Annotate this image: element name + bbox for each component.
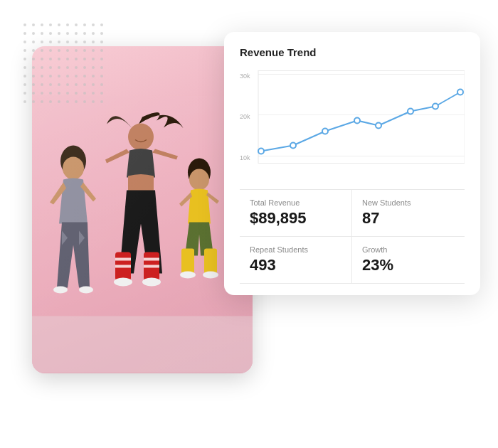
data-point-3 [322,129,328,134]
metric-growth-value: 23% [362,256,455,274]
data-point-5 [376,123,381,129]
data-point-4 [354,118,360,124]
data-point-8 [457,90,463,95]
metric-repeat-students: Repeat Students 493 [240,237,352,284]
data-point-7 [433,104,438,110]
metric-repeat-students-value: 493 [250,256,341,274]
revenue-trend-chart: 30k 20k 10k [240,65,465,179]
metric-total-revenue: Total Revenue $89,895 [240,190,352,237]
analytics-card: Revenue Trend 30k 20k 10k [224,32,480,295]
metric-total-revenue-value: $89,895 [250,209,341,228]
metric-new-students: New Students 87 [352,190,465,237]
y-label-10k: 10k [240,154,250,161]
data-point-2 [290,143,296,149]
trend-line [261,92,460,151]
y-label-20k: 20k [240,113,250,120]
scene: Revenue Trend 30k 20k 10k [18,18,480,430]
dot-pattern [21,21,103,103]
chart-area: 30k 20k 10k [240,65,465,179]
svg-rect-27 [258,71,465,164]
metric-growth: Growth 23% [352,237,465,284]
data-point-1 [258,149,264,154]
metric-growth-label: Growth [362,245,455,254]
metric-new-students-label: New Students [362,198,455,207]
metric-repeat-students-label: Repeat Students [250,245,341,254]
card-title: Revenue Trend [240,46,465,58]
svg-rect-21 [32,96,253,373]
dance-illustration [32,95,253,373]
data-point-6 [408,109,413,114]
svg-rect-23 [21,21,103,103]
metric-new-students-value: 87 [362,209,455,228]
metric-total-revenue-label: Total Revenue [250,198,341,207]
metrics-grid: Total Revenue $89,895 New Students 87 Re… [240,189,465,284]
y-label-30k: 30k [240,73,250,80]
